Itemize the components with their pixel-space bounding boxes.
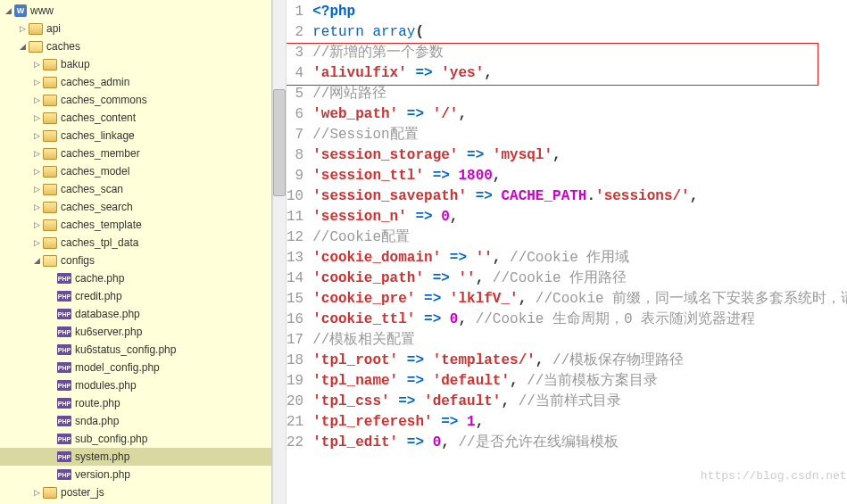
line-number: 9 <box>286 166 303 186</box>
chevron-icon[interactable]: ◢ <box>4 6 12 15</box>
tree-label: www <box>30 4 54 17</box>
tree-label: caches_linkage <box>61 129 135 142</box>
chevron-icon[interactable]: ▷ <box>32 78 41 87</box>
tree-item-system-php[interactable]: PHPsystem.php <box>0 448 271 466</box>
php-file-icon: PHP <box>57 291 71 302</box>
tree-item-route-php[interactable]: PHProute.php <box>0 394 271 412</box>
line-number: 12 <box>286 227 303 248</box>
line-number: 4 <box>286 63 303 84</box>
tree-label: credit.php <box>75 290 122 302</box>
line-number: 11 <box>286 207 303 227</box>
sidebar-scrollbar[interactable] <box>272 0 286 504</box>
line-gutter: 12345678910111213141516171819202122 <box>286 0 309 504</box>
tree-item-caches[interactable]: ◢caches <box>0 37 271 55</box>
chevron-icon[interactable]: ▷ <box>32 95 41 104</box>
tree-item-bakup[interactable]: ▷bakup <box>0 55 271 73</box>
tree-label: model_config.php <box>75 361 160 374</box>
folder-icon <box>43 219 57 231</box>
tree-item-ku6server-php[interactable]: PHPku6server.php <box>0 323 271 341</box>
php-file-icon: PHP <box>57 416 71 426</box>
code-line: 'tpl_edit' => 0, //是否允许在线编辑模板 <box>312 433 847 453</box>
tree-root[interactable]: ◢ W www <box>0 2 271 20</box>
tree-item-caches_linkage[interactable]: ▷caches_linkage <box>0 127 271 145</box>
tree-label: cache.php <box>75 272 124 285</box>
chevron-icon[interactable]: ▷ <box>32 131 41 140</box>
tree-item-credit-php[interactable]: PHPcredit.php <box>0 287 271 305</box>
tree-label: caches_tpl_data <box>61 236 138 249</box>
tree-item-caches_scan[interactable]: ▷caches_scan <box>0 180 271 198</box>
code-editor[interactable]: 12345678910111213141516171819202122 <?ph… <box>286 0 847 504</box>
chevron-icon[interactable]: ▷ <box>32 202 41 211</box>
folder-icon <box>43 254 57 267</box>
folder-icon <box>43 236 57 249</box>
code-line: 'tpl_name' => 'default', //当前模板方案目录 <box>312 371 847 392</box>
tree-label: caches_commons <box>61 94 147 106</box>
code-line: 'session_ttl' => 1800, <box>312 166 847 186</box>
tree-item-caches_commons[interactable]: ▷caches_commons <box>0 91 271 109</box>
tree-item-ku6status_config-php[interactable]: PHPku6status_config.php <box>0 341 271 359</box>
tree-item-caches_member[interactable]: ▷caches_member <box>0 145 271 162</box>
chevron-icon[interactable]: ◢ <box>18 42 27 51</box>
chevron-icon[interactable]: ▷ <box>32 149 41 158</box>
tree-label: modules.php <box>75 379 137 392</box>
tree-item-model_config-php[interactable]: PHPmodel_config.php <box>0 359 271 376</box>
code-line: //Session配置 <box>312 125 847 145</box>
code-line: 'session_savepath' => CACHE_PATH.'sessio… <box>312 186 847 207</box>
tree-item-snda-php[interactable]: PHPsnda.php <box>0 412 271 430</box>
folder-icon <box>43 58 57 70</box>
line-number: 17 <box>286 330 303 351</box>
line-number: 10 <box>286 186 303 207</box>
tree-item-caches_admin[interactable]: ▷caches_admin <box>0 73 271 91</box>
code-line: 'session_n' => 0, <box>312 207 847 227</box>
chevron-icon[interactable]: ▷ <box>32 238 41 247</box>
folder-icon <box>43 486 57 499</box>
tree-item-version-php[interactable]: PHPversion.php <box>0 466 271 483</box>
chevron-icon[interactable]: ▷ <box>32 60 41 69</box>
line-number: 6 <box>286 104 303 125</box>
code-line: <?php <box>312 2 847 22</box>
tree-item-cache-php[interactable]: PHPcache.php <box>0 269 271 287</box>
tree-item-modules-php[interactable]: PHPmodules.php <box>0 376 271 394</box>
chevron-icon[interactable]: ◢ <box>32 256 41 265</box>
tree-label: ku6server.php <box>75 326 142 338</box>
line-number: 15 <box>286 289 303 310</box>
chevron-icon[interactable]: ▷ <box>18 24 27 33</box>
tree-item-caches_content[interactable]: ▷caches_content <box>0 109 271 127</box>
tree-item-sub_config-php[interactable]: PHPsub_config.php <box>0 430 271 448</box>
tree-item-configs[interactable]: ◢configs <box>0 252 271 269</box>
code-line: //新增的第一个参数 <box>312 43 847 63</box>
folder-icon <box>43 183 57 195</box>
code-area[interactable]: <?php return array( //新增的第一个参数 'alivulfi… <box>309 0 847 504</box>
tree-item-caches_search[interactable]: ▷caches_search <box>0 198 271 216</box>
scrollbar-thumb[interactable] <box>273 89 286 196</box>
tree-item-caches_tpl_data[interactable]: ▷caches_tpl_data <box>0 234 271 252</box>
tree-label: caches_model <box>61 165 129 178</box>
file-tree-sidebar[interactable]: ◢ W www ▷api◢caches▷bakup▷caches_admin▷c… <box>0 0 272 504</box>
tree-item-caches_template[interactable]: ▷caches_template <box>0 216 271 234</box>
code-line: 'tpl_root' => 'templates/', //模板保存物理路径 <box>312 351 847 371</box>
tree-item-caches_model[interactable]: ▷caches_model <box>0 162 271 180</box>
chevron-icon[interactable]: ▷ <box>32 185 41 194</box>
tree-item-api[interactable]: ▷api <box>0 20 271 37</box>
line-number: 19 <box>286 371 303 392</box>
tree-item-poster_js[interactable]: ▷poster_js <box>0 483 271 501</box>
chevron-icon[interactable]: ▷ <box>32 220 41 229</box>
code-line: //模板相关配置 <box>312 330 847 351</box>
tree-label: snda.php <box>75 415 119 427</box>
folder-icon <box>43 94 57 106</box>
tree-label: system.php <box>75 450 129 463</box>
tree-label: route.php <box>75 397 120 409</box>
line-number: 14 <box>286 269 303 289</box>
php-file-icon: PHP <box>57 398 71 409</box>
chevron-icon[interactable]: ▷ <box>32 113 41 122</box>
code-line: 'cookie_ttl' => 0, //Cookie 生命周期，0 表示随浏览… <box>312 310 847 330</box>
tree-item-database-php[interactable]: PHPdatabase.php <box>0 305 271 323</box>
code-line: 'cookie_pre' => 'lklfV_', //Cookie 前缀，同一… <box>312 289 847 310</box>
tree-label: configs <box>61 254 95 267</box>
chevron-icon[interactable]: ▷ <box>32 488 41 497</box>
line-number: 22 <box>286 433 303 453</box>
chevron-icon[interactable]: ▷ <box>32 167 41 176</box>
tree-label: version.php <box>75 468 130 481</box>
line-number: 13 <box>286 248 303 269</box>
line-number: 7 <box>286 125 303 145</box>
